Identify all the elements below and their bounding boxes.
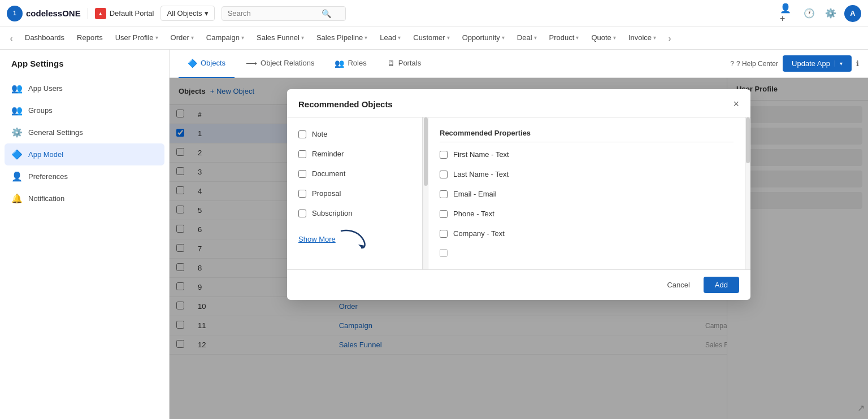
logo[interactable]: 1 codelessONE (7, 6, 81, 21)
add-user-icon[interactable]: 👤+ (780, 6, 796, 21)
lastname-checkbox[interactable] (440, 171, 448, 178)
property-label: Company - Text (453, 229, 505, 238)
nav-item-dashboards[interactable]: Dashboards (19, 27, 70, 50)
tab-label: Objects (201, 59, 225, 67)
modal-property-firstname[interactable]: First Name - Text (428, 145, 745, 164)
chevron-icon: ▾ (613, 34, 616, 41)
chevron-icon: ▾ (191, 34, 194, 41)
modal-body: Note Reminder Document (287, 117, 750, 269)
chevron-icon: ▾ (301, 34, 304, 41)
chevron-icon: ▾ (364, 34, 367, 41)
sidebar-item-appusers[interactable]: 👥 App Users (0, 77, 169, 99)
show-more-label: Show More (298, 235, 336, 243)
item-label: Proposal (312, 189, 341, 198)
modal-footer: Cancel Add (287, 269, 750, 300)
chevron-down-icon: ▾ (835, 60, 843, 67)
modal-item-proposal[interactable]: Proposal (287, 184, 422, 203)
history-icon[interactable]: 🕐 (801, 6, 817, 21)
app-body: App Settings 👥 App Users 👥 Groups ⚙️ Gen… (0, 50, 868, 419)
modal-close-button[interactable]: × (733, 98, 739, 110)
nav-item-salespipeline[interactable]: Sales Pipeline▾ (311, 27, 373, 50)
nav-next-button[interactable]: › (663, 27, 676, 50)
tab-roles[interactable]: 👥 Roles (326, 50, 375, 78)
sidebar: App Settings 👥 App Users 👥 Groups ⚙️ Gen… (0, 50, 170, 419)
nav-item-salesfunnel[interactable]: Sales Funnel▾ (251, 27, 310, 50)
tabs-right: ? ? Help Center Update App ▾ ℹ (730, 55, 859, 72)
sidebar-item-label: App Users (28, 84, 63, 93)
firstname-checkbox[interactable] (440, 151, 448, 159)
subscription-checkbox[interactable] (298, 210, 306, 217)
nav-item-deal[interactable]: Deal▾ (511, 27, 542, 50)
modal-left-panel: Note Reminder Document (287, 117, 423, 269)
modal-item-note[interactable]: Note (287, 124, 422, 144)
update-app-button[interactable]: Update App ▾ (783, 55, 852, 72)
note-checkbox[interactable] (298, 130, 306, 138)
chevron-icon: ▾ (447, 34, 450, 41)
search-input[interactable] (228, 9, 318, 18)
nav-item-opportunity[interactable]: Opportunity▾ (457, 27, 510, 50)
modal-item-reminder[interactable]: Reminder (287, 144, 422, 164)
nav-item-reports[interactable]: Reports (71, 27, 108, 50)
settings-icon[interactable]: ⚙️ (823, 6, 839, 21)
divider (440, 142, 734, 142)
objects-area: Objects + New Object 💾 Save ··· (170, 78, 868, 419)
chevron-icon: ▾ (653, 34, 656, 41)
company-checkbox[interactable] (440, 230, 448, 238)
modal-item-document[interactable]: Document (287, 164, 422, 184)
email-checkbox[interactable] (440, 190, 448, 198)
modal-property-phone[interactable]: Phone - Text (428, 204, 745, 224)
topbar-right: 👤+ 🕐 ⚙️ A (780, 5, 861, 22)
nav-item-product[interactable]: Product▾ (544, 27, 585, 50)
sidebar-title: App Settings (0, 59, 169, 77)
reminder-checkbox[interactable] (298, 150, 306, 158)
users-icon: 👥 (11, 83, 23, 94)
tab-objectrelations[interactable]: ⟶ Object Relations (237, 50, 323, 78)
nav-item-lead[interactable]: Lead▾ (374, 27, 406, 50)
tab-label: Portals (398, 59, 421, 67)
nav-item-customer[interactable]: Customer▾ (407, 27, 455, 50)
sidebar-item-groups[interactable]: 👥 Groups (0, 99, 169, 121)
nav-item-invoice[interactable]: Invoice▾ (623, 27, 662, 50)
cancel-button[interactable]: Cancel (659, 277, 697, 293)
portal-icon (95, 8, 106, 19)
modal-scrollbar[interactable] (423, 117, 428, 269)
document-checkbox[interactable] (298, 170, 306, 178)
property-label: Phone - Text (453, 210, 494, 218)
modal-item-subscription[interactable]: Subscription (287, 203, 422, 223)
roles-icon: 👥 (335, 59, 344, 68)
show-more-button[interactable]: Show More (287, 223, 380, 255)
all-objects-dropdown[interactable]: All Objects ▾ (160, 6, 214, 21)
avatar[interactable]: A (844, 5, 861, 22)
sidebar-item-generalsettings[interactable]: ⚙️ General Settings (0, 121, 169, 143)
sidebar-item-preferences[interactable]: 👤 Preferences (0, 165, 169, 187)
info-icon[interactable]: ℹ (856, 59, 859, 68)
phone-checkbox[interactable] (440, 210, 448, 218)
nav-item-quote[interactable]: Quote▾ (585, 27, 621, 50)
right-scrollbar[interactable] (745, 117, 750, 269)
nav-item-campaign[interactable]: Campaign▾ (201, 27, 250, 50)
gear-icon: ⚙️ (11, 127, 23, 138)
modal-property-email[interactable]: Email - Email (428, 184, 745, 204)
curved-arrow-icon (340, 229, 368, 249)
tab-objects[interactable]: 🔷 Objects (179, 50, 235, 78)
modal-property-company[interactable]: Company - Text (428, 224, 745, 243)
scrollbar-thumb (424, 117, 428, 186)
modal-property-lastname[interactable]: Last Name - Text (428, 164, 745, 184)
add-button[interactable]: Add (704, 277, 739, 293)
sidebar-item-notification[interactable]: 🔔 Notification (0, 187, 169, 210)
nav-prev-button[interactable]: ‹ (5, 27, 18, 50)
item-label: Reminder (312, 150, 344, 158)
modal-right-panel: Recommended Properties First Name - Text… (428, 117, 745, 269)
sidebar-item-appmodel[interactable]: 🔷 App Model (5, 143, 164, 165)
sidebar-item-label: General Settings (28, 128, 83, 137)
item-label: Subscription (312, 209, 353, 217)
help-label: ? Help Center (736, 60, 778, 68)
proposal-checkbox[interactable] (298, 190, 306, 198)
nav-item-order[interactable]: Order▾ (165, 27, 199, 50)
logo-text: codelessONE (26, 8, 81, 18)
help-center-button[interactable]: ? ? Help Center (730, 60, 778, 68)
nav-item-userprofile[interactable]: User Profile▾ (110, 27, 164, 50)
extra-checkbox[interactable] (440, 249, 448, 257)
tab-portals[interactable]: 🖥 Portals (378, 50, 430, 78)
modal-property-extra[interactable] (428, 243, 745, 263)
